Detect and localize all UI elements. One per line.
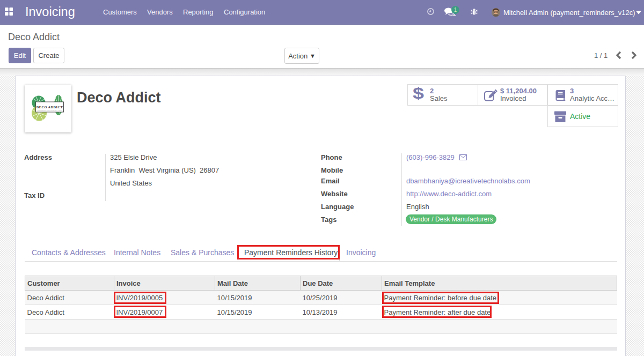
svg-text:DECO ADDICT: DECO ADDICT <box>36 105 63 109</box>
svg-text:BEST DECORATION FOR EVERY HOME: BEST DECORATION FOR EVERY HOME <box>38 110 62 112</box>
